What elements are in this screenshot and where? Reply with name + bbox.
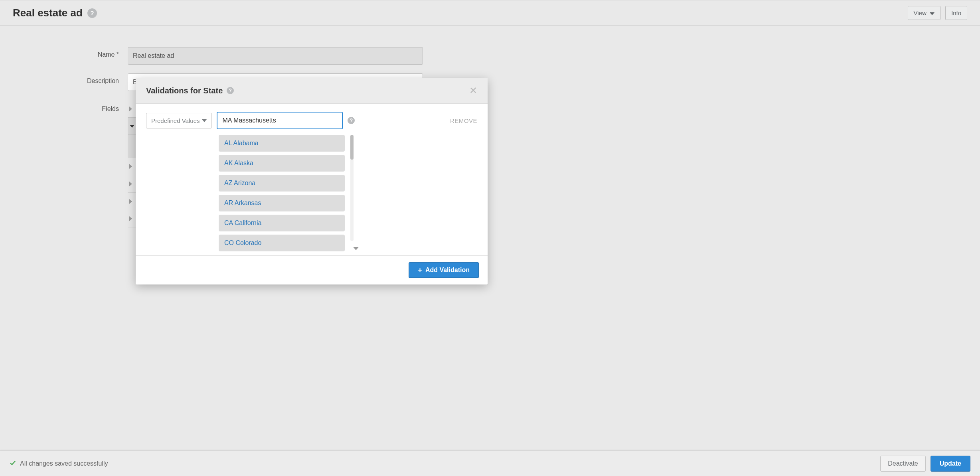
help-icon[interactable]: ? <box>227 87 234 94</box>
modal-title-text: Validations for State <box>146 86 223 95</box>
options-scrollbar[interactable] <box>349 135 363 251</box>
option-item[interactable]: AK Alaska <box>219 155 345 172</box>
option-item[interactable]: AL Alabama <box>219 135 345 152</box>
option-item[interactable]: CA California <box>219 215 345 231</box>
plus-icon: + <box>418 267 422 274</box>
modal-backdrop: Validations for State ? ✕ Predefined Val… <box>0 0 980 476</box>
predefined-values-dropdown[interactable]: Predefined Values <box>146 113 212 128</box>
close-icon[interactable]: ✕ <box>469 86 477 95</box>
option-item[interactable]: CO Colorado <box>219 235 345 251</box>
add-validation-label: Add Validation <box>425 267 470 274</box>
modal-header: Validations for State ? ✕ <box>136 78 488 104</box>
predefined-options-list: AL Alabama AK Alaska AZ Arizona AR Arkan… <box>219 135 345 251</box>
validation-value-input[interactable] <box>217 112 343 129</box>
option-item[interactable]: AZ Arizona <box>219 175 345 192</box>
scroll-thumb[interactable] <box>350 135 354 160</box>
option-item[interactable]: AR Arkansas <box>219 195 345 211</box>
scroll-down-icon[interactable] <box>349 245 363 251</box>
help-icon[interactable]: ? <box>348 117 355 124</box>
modal-validations: Validations for State ? ✕ Predefined Val… <box>136 78 488 284</box>
chevron-down-icon <box>202 119 207 122</box>
predefined-values-label: Predefined Values <box>151 117 200 124</box>
remove-validation-button[interactable]: REMOVE <box>450 117 477 124</box>
add-validation-button[interactable]: + Add Validation <box>409 262 479 278</box>
